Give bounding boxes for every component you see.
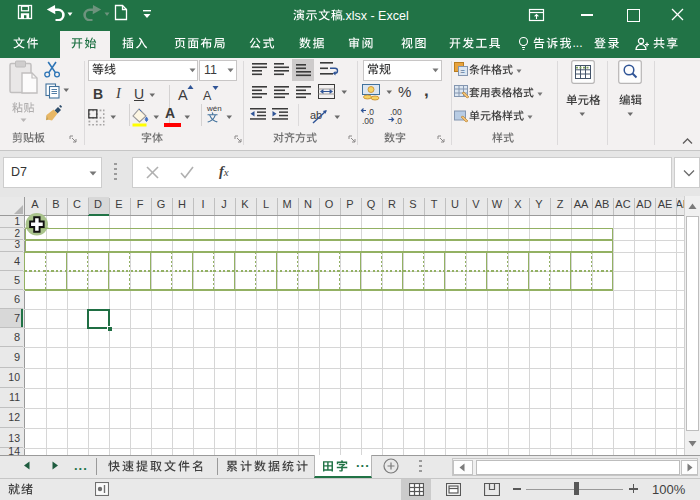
svg-text:.0: .0	[395, 116, 402, 126]
svg-text:.00: .00	[362, 116, 374, 126]
svg-text:=: =	[460, 67, 465, 76]
